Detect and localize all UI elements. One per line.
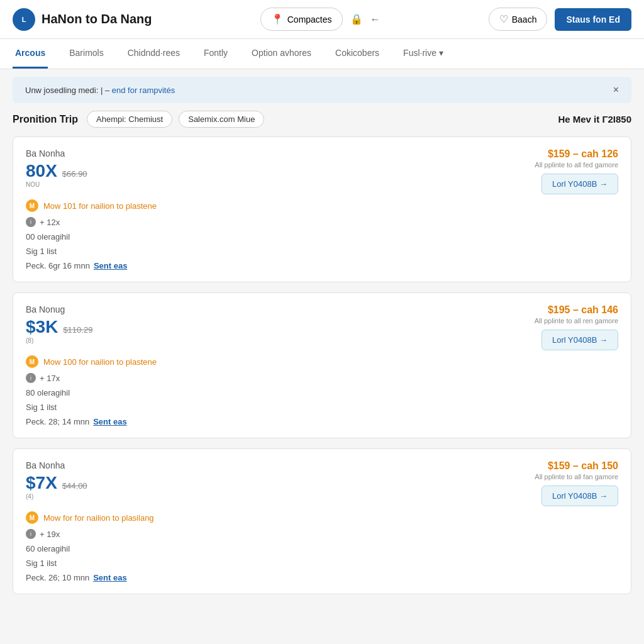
nav-tabs: Arcous Barimols Chidndd·rees Fontly Opti… [0, 39, 644, 69]
tag-ahempi[interactable]: Ahempi: Chemiust [87, 111, 172, 128]
header-left: L HaNon to Da Nang [13, 8, 152, 31]
card-2-peck: Peck. 28; 14 mnn Sent eas [26, 417, 618, 426]
card-1-mow-text: Mow 101 for nailion to plastene [43, 201, 157, 211]
card-1-peck: Peck. 6gr 16 mnn Sent eas [26, 261, 618, 270]
card-1-right-sub: All pplinte to all fed gamore [535, 161, 618, 169]
card-1-mow: M Mow 101 for nailion to plastene [26, 199, 618, 212]
card-3-mow: M Mow for for nailion to plasilang [26, 511, 618, 524]
card-2-details1: 80 oleragihil [26, 388, 618, 397]
card-2: Ba Nonug $3K $110.29 (8) $195 – cah 146 … [13, 292, 631, 438]
card-3-name: Ba Nonha [26, 460, 87, 470]
banner-close-button[interactable]: × [613, 84, 619, 96]
card-3-mow-text: Mow for for nailion to plasilang [43, 513, 154, 523]
tab-arcous[interactable]: Arcous [13, 39, 48, 69]
tab-chidndd-rees[interactable]: Chidndd·rees [125, 39, 182, 69]
card-1-price-sub: NOU [26, 181, 87, 188]
card-2-info-text: + 17x [40, 374, 60, 383]
card-2-right: $195 – cah 146 All pplinte to all ren ga… [535, 304, 618, 350]
card-3-peck: Peck. 26; 10 mnn Sent eas [26, 573, 618, 582]
saved-button[interactable]: ♡ Baach [489, 8, 548, 31]
card-3-info: i + 19x [26, 529, 618, 539]
content: Pronition Trip Ahempi: Chemiust Salemix.… [0, 111, 644, 617]
card-1-row: Ba Nonha 80X $66.90 NOU $159 – cah 126 A… [26, 148, 618, 194]
banner: Unw josedling medi: | – end for rampvité… [13, 77, 631, 103]
section-title: Pronition Trip [13, 114, 78, 125]
card-1-right: $159 – cah 126 All pplinte to all fed ga… [535, 148, 618, 194]
lock-icon: 🔒 [350, 13, 363, 25]
card-1-details2: Sig 1 list [26, 247, 618, 256]
card-1-lorl-button[interactable]: Lorl Y0408B → [541, 174, 618, 194]
card-1-name: Ba Nonha [26, 148, 87, 158]
card-1-right-price: $159 – cah 126 [535, 148, 618, 160]
card-2-sent-eas-link[interactable]: Sent eas [93, 417, 126, 426]
banner-text: Unw josedling medi: | – end for rampvité… [25, 86, 175, 95]
card-2-details2: Sig 1 ilst [26, 402, 618, 412]
card-2-right-sub: All pplinte to all ren gamore [535, 317, 618, 325]
card-2-mow-text: Mow 100 for nailion to plastene [43, 357, 157, 367]
card-1-peck-text: Peck. 6gr 16 mnn [26, 261, 90, 270]
info-2-icon: i [26, 373, 36, 383]
card-1: Ba Nonha 80X $66.90 NOU $159 – cah 126 A… [13, 136, 631, 282]
tag-salemix[interactable]: Salemix.com Miue [179, 111, 264, 128]
card-3-price-big: $7X [26, 473, 57, 493]
card-2-price-old: $110.29 [63, 325, 92, 335]
mow-circle-2-icon: M [26, 355, 38, 368]
card-3: Ba Nonha $7X $44.00 (4) $159 – cah 150 A… [13, 448, 631, 594]
card-1-info-text: + 12x [40, 218, 60, 227]
card-3-price-old: $44.00 [62, 481, 87, 491]
card-2-right-price: $195 – cah 146 [535, 304, 618, 316]
status-button[interactable]: Staus fon Ed [555, 8, 631, 31]
card-1-price-big: 80X [26, 161, 57, 181]
card-1-left: Ba Nonha 80X $66.90 NOU [26, 148, 87, 188]
heart-icon: ♡ [499, 13, 508, 25]
tab-barimols[interactable]: Barimols [67, 39, 106, 69]
back-arrow-icon[interactable]: ← [370, 14, 380, 25]
info-3-icon: i [26, 529, 36, 539]
header-center: 📍 Compactes 🔒 ← [260, 8, 380, 31]
card-2-left: Ba Nonug $3K $110.29 (8) [26, 304, 92, 344]
info-icon: i [26, 217, 36, 227]
card-3-peck-text: Peck. 26; 10 mnn [26, 573, 89, 582]
card-2-row: Ba Nonug $3K $110.29 (8) $195 – cah 146 … [26, 304, 618, 350]
status-btn-label: Staus fon Ed [566, 14, 620, 25]
pin-icon: 📍 [271, 13, 284, 25]
card-1-price-old: $66.90 [62, 169, 87, 179]
card-3-price-sub: (4) [26, 493, 87, 500]
chevron-down-icon: ▾ [439, 48, 443, 58]
tab-option-avhores[interactable]: Option avhores [249, 39, 314, 69]
tab-cokicobers[interactable]: Cokicobers [333, 39, 382, 69]
card-2-lorl-button[interactable]: Lorl Y0408B → [541, 330, 618, 350]
saved-label: Baach [512, 14, 537, 25]
card-3-right-price: $159 – cah 150 [535, 460, 618, 472]
compactes-button[interactable]: 📍 Compactes [260, 8, 343, 31]
compactes-label: Compactes [287, 14, 332, 25]
page-title: HaNon to Da Nang [42, 12, 152, 26]
card-3-lorl-button[interactable]: Lorl Y0408B → [541, 486, 618, 506]
tab-fontly[interactable]: Fontly [201, 39, 230, 69]
card-3-details2: Sig 1 ilst [26, 558, 618, 568]
card-1-sent-eas-link[interactable]: Sent eas [94, 261, 127, 270]
card-2-info: i + 17x [26, 373, 618, 383]
card-2-mow: M Mow 100 for nailion to plastene [26, 355, 618, 368]
card-3-row: Ba Nonha $7X $44.00 (4) $159 – cah 150 A… [26, 460, 618, 506]
banner-link[interactable]: end for rampvités [112, 86, 175, 95]
card-3-left: Ba Nonha $7X $44.00 (4) [26, 460, 87, 500]
card-2-price-sub: (8) [26, 337, 92, 344]
card-3-info-text: + 19x [40, 530, 60, 539]
svg-text:L: L [22, 16, 26, 23]
section-tags: Ahempi: Chemiust Salemix.com Miue [87, 111, 264, 128]
card-2-peck-text: Peck. 28; 14 mnn [26, 417, 89, 426]
mow-circle-icon: M [26, 199, 38, 212]
card-2-name: Ba Nonug [26, 304, 92, 314]
tab-fusl-rive[interactable]: Fusl·rive ▾ [401, 39, 446, 69]
section-price: He Mev it Γ2Ι850 [558, 114, 631, 125]
card-2-price-big: $3K [26, 317, 58, 337]
card-1-info: i + 12x [26, 217, 618, 227]
card-3-sent-eas-link[interactable]: Sent eas [93, 573, 126, 582]
card-3-right-sub: All pplinte to all fan gamore [535, 473, 618, 480]
logo-icon: L [13, 8, 35, 31]
card-3-details1: 60 oleragihil [26, 544, 618, 553]
header: L HaNon to Da Nang 📍 Compactes 🔒 ← ♡ Baa… [0, 0, 644, 39]
mow-circle-3-icon: M [26, 511, 38, 524]
card-3-right: $159 – cah 150 All pplinte to all fan ga… [535, 460, 618, 506]
